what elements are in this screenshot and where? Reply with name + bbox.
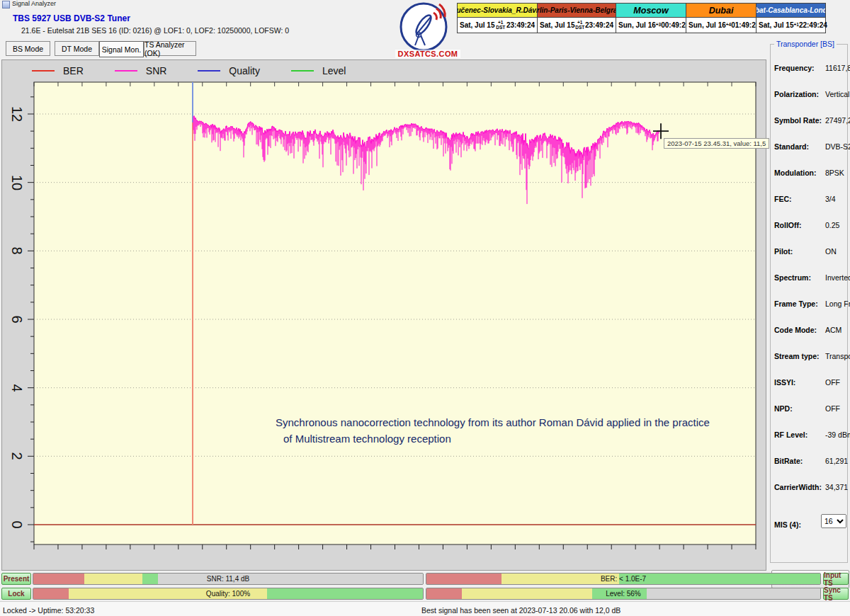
clock-4: Dubai Sun, Jul 16 +4 01:49:24 <box>686 4 756 33</box>
mis-label: MIS (4): <box>774 520 801 529</box>
field-value: 3/4 <box>825 195 836 203</box>
field-label: Spectrum: <box>774 273 811 282</box>
field-label: RF Level: <box>774 430 808 439</box>
y-axis-label: 12 <box>6 106 25 122</box>
field-value: ON <box>825 247 837 256</box>
y-axis-label: 0 <box>6 517 25 532</box>
transponder-row: ISSYI:OFF <box>774 378 845 388</box>
timezone-offset: +1 <box>793 23 798 28</box>
status-bar: Locked -> Uptime: 53:20:33 Best signal h… <box>0 601 850 616</box>
level-gauge: Level: 56% <box>426 588 821 600</box>
ber-gauge: BER: < 1.0E-7 <box>426 573 821 585</box>
field-label: Stream type: <box>774 352 820 360</box>
y-axis-label: 4 <box>6 380 25 396</box>
sync-ts-button[interactable]: Sync TS <box>823 588 849 600</box>
transponder-row: Modulation:8PSK <box>774 169 845 178</box>
transponder-row: Frequency:11617,840 MHz <box>774 64 845 74</box>
best-signal-status: Best signal has been seen at 2023-07-13 … <box>421 606 620 615</box>
present-button[interactable]: Present <box>1 573 31 585</box>
clock-time: Sat, Jul 15 +1DST 23:49:24 <box>538 18 616 33</box>
gauge-label: BER: < 1.0E-7 <box>426 574 820 584</box>
clock-city: Berlin-Paris-Vienna-Belgrade <box>538 4 616 18</box>
clock-time: Sat, Jul 15 +1DST 23:49:24 <box>458 18 537 33</box>
y-axis-label: 8 <box>6 243 25 258</box>
chart-annotation-line1: Synchronous nanocorrection technology fr… <box>276 416 710 428</box>
transponder-row: Standard:DVB-S2 <box>774 142 845 152</box>
field-label: Frequency: <box>774 64 815 72</box>
field-value: ACM <box>825 326 842 334</box>
transponder-row: CarrierWidth:34,371 MHz <box>774 483 845 493</box>
gauge-label: Quality: 100% <box>33 588 423 599</box>
world-clocks: Lučenec-Slovakia_R.Dávid Sat, Jul 15 +1D… <box>457 3 826 33</box>
field-value: DVB-S2 <box>825 142 850 151</box>
transponder-row: FEC:3/4 <box>774 195 845 205</box>
satellite-dish-logo-icon <box>395 1 460 51</box>
field-value: 11617,840 MHz <box>825 64 850 72</box>
tuner-device-link[interactable]: TBS 5927 USB DVB-S2 Tuner <box>13 13 130 23</box>
field-label: Polarization: <box>774 90 819 98</box>
transponder-row: NPD:OFF <box>774 404 845 414</box>
transponder-row: RollOff:0.25 <box>774 221 845 231</box>
plot-area[interactable] <box>34 82 756 544</box>
transponder-title: Transponder [BS] <box>774 40 837 48</box>
field-value: 8PSK <box>825 169 844 177</box>
clock-city: Dubai <box>686 4 756 18</box>
tuning-info: 21.6E - Eutelsat 21B SES 16 (ID: 0216) @… <box>21 26 289 35</box>
tab-bs-mode[interactable]: BS Mode <box>6 41 50 56</box>
timezone-offset: +4 <box>726 23 731 28</box>
field-value: OFF <box>825 378 840 387</box>
clock-city: Lučenec-Slovakia_R.Dávid <box>458 4 537 18</box>
field-label: Pilot: <box>774 247 793 256</box>
chart-annotation-line2: of Multistream technology reception <box>283 433 451 445</box>
dxsatcs-logo: DXSATCS.COM <box>395 1 460 62</box>
clock-5: Rabat-Casablanca-London Sat, Jul 15 +1 2… <box>756 4 825 33</box>
cursor-value-tooltip: 2023-07-15 23.45.31, value: 11,5 <box>664 138 769 149</box>
lock-uptime-status: Locked -> Uptime: 53:20:33 <box>3 606 94 615</box>
field-value: 27497,264 KS/s <box>825 116 850 125</box>
tab-ts-analyzer-ok-[interactable]: TS Analyzer (OK) <box>144 41 196 56</box>
clock-city: Rabat-Casablanca-London <box>756 4 825 18</box>
field-label: Frame Type: <box>774 300 818 308</box>
transponder-row: Pilot:ON <box>774 247 845 257</box>
clock-2: Berlin-Paris-Vienna-Belgrade Sat, Jul 15… <box>537 4 616 33</box>
field-label: CarrierWidth: <box>774 483 822 491</box>
field-value: OFF <box>825 404 840 413</box>
field-value: 34,371 MHz <box>825 483 850 491</box>
transponder-row: Stream type:Transport <box>774 352 845 362</box>
tab-signal-mon-[interactable]: Signal Mon. <box>99 41 144 57</box>
snr-chart[interactable] <box>2 60 767 571</box>
field-value: Vertical <box>825 90 849 98</box>
app-icon <box>2 1 10 8</box>
tab-dt-mode[interactable]: DT Mode <box>55 41 99 56</box>
transponder-groupbox: Transponder [BS] Frequency:11617,840 MHz… <box>770 44 848 563</box>
field-label: ISSYI: <box>774 378 795 387</box>
y-axis-label: 2 <box>6 448 25 464</box>
timezone-offset: +1DST <box>496 21 505 30</box>
field-label: RollOff: <box>774 221 802 229</box>
clock-1: Lučenec-Slovakia_R.Dávid Sat, Jul 15 +1D… <box>458 4 537 33</box>
y-axis-label: 6 <box>6 312 25 327</box>
field-label: Modulation: <box>774 169 816 177</box>
field-value: Long Frame <box>825 300 850 308</box>
transponder-row: Polarization:Vertical <box>774 90 845 100</box>
transponder-row: Spectrum:Inverted <box>774 273 845 283</box>
clock-3: Moscow Sun, Jul 16 +3 00:49:24 <box>616 4 686 33</box>
lock-button[interactable]: Lock <box>1 588 31 600</box>
transponder-row: BitRate:61,291 Mbit/s <box>774 457 845 467</box>
mis-select[interactable]: 16 <box>821 514 846 528</box>
field-label: FEC: <box>774 195 792 203</box>
field-label: NPD: <box>774 404 793 413</box>
field-label: Standard: <box>774 142 809 151</box>
timezone-offset: +3 <box>656 23 661 28</box>
clock-city: Moscow <box>616 4 686 18</box>
timezone-offset: +1DST <box>575 21 584 30</box>
clock-time: Sat, Jul 15 +1 22:49:24 <box>756 18 825 33</box>
transponder-row: RF Level:-39 dBm <box>774 430 845 440</box>
field-value: Transport <box>825 352 850 360</box>
input-ts-button[interactable]: Input TS <box>823 573 849 585</box>
y-axis-label: 10 <box>6 175 25 190</box>
gauge-label: Level: 56% <box>426 588 820 599</box>
field-value: 61,291 Mbit/s <box>825 457 850 465</box>
transponder-row: Code Mode:ACM <box>774 326 845 336</box>
field-label: Symbol Rate: <box>774 116 822 125</box>
